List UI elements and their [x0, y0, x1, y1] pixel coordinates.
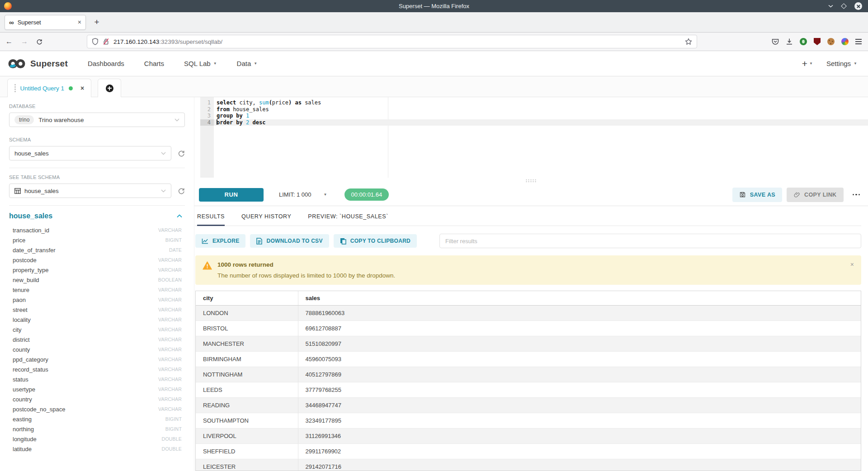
- column-name: record_status: [13, 366, 48, 373]
- code-line[interactable]: order by 2 desc: [214, 119, 868, 126]
- column-row[interactable]: longitudeDOUBLE: [9, 434, 185, 444]
- column-row[interactable]: transaction_idVARCHAR: [9, 225, 185, 235]
- nav-item-data[interactable]: Data▼: [237, 60, 258, 67]
- column-name: new_build: [13, 277, 39, 283]
- column-row[interactable]: streetVARCHAR: [9, 305, 185, 315]
- forward-arrow-icon[interactable]: →: [21, 38, 28, 45]
- menu-hamburger-icon[interactable]: [855, 39, 862, 44]
- tab-preview-house-sales[interactable]: PREVIEW: `HOUSE_SALES`: [308, 213, 388, 226]
- maximize-diamond-icon[interactable]: [842, 4, 846, 8]
- new-query-tab-button[interactable]: [98, 79, 121, 97]
- run-button[interactable]: RUN: [199, 188, 264, 202]
- column-type: VARCHAR: [158, 377, 185, 382]
- ellipsis-icon[interactable]: [851, 192, 862, 198]
- query-tab-active[interactable]: Untitled Query 1 ×: [7, 79, 91, 97]
- green-extension-icon[interactable]: [800, 38, 807, 45]
- ublock-shield-icon[interactable]: [814, 38, 821, 45]
- column-row[interactable]: priceBIGINT: [9, 235, 185, 245]
- brand-name: Superset: [30, 59, 68, 69]
- query-tab-close-icon[interactable]: ×: [80, 85, 84, 91]
- table-row: LONDON788861960063: [196, 306, 861, 321]
- pocket-icon[interactable]: [772, 38, 779, 45]
- table-select[interactable]: house_sales: [9, 184, 171, 198]
- insecure-lock-icon[interactable]: [103, 38, 109, 45]
- alert-close-icon[interactable]: ×: [850, 261, 854, 268]
- download-icon[interactable]: [786, 38, 793, 45]
- column-row[interactable]: usertypeVARCHAR: [9, 384, 185, 394]
- save-as-button[interactable]: SAVE AS: [732, 188, 782, 202]
- column-name: status: [13, 376, 28, 383]
- settings-menu[interactable]: Settings▼: [826, 60, 857, 67]
- drag-handle-icon[interactable]: [14, 84, 16, 92]
- code-line[interactable]: from house_sales: [217, 106, 868, 113]
- column-type: VARCHAR: [158, 396, 185, 402]
- nav-item-sql-lab[interactable]: SQL Lab▼: [184, 60, 217, 67]
- column-row[interactable]: eastingBIGINT: [9, 414, 185, 424]
- copy-link-button[interactable]: COPY LINK: [787, 188, 843, 202]
- column-row[interactable]: date_of_transferDATE: [9, 245, 185, 255]
- database-label: DATABASE: [9, 104, 185, 109]
- close-circle-icon[interactable]: [854, 2, 862, 10]
- column-row[interactable]: latitudeDOUBLE: [9, 444, 185, 454]
- copy-clipboard-button[interactable]: COPY TO CLIPBOARD: [334, 234, 417, 248]
- table-title[interactable]: house_sales: [9, 212, 52, 220]
- column-row[interactable]: localityVARCHAR: [9, 315, 185, 325]
- table-cell: READING: [196, 398, 298, 413]
- browser-tab[interactable]: ∞ Superset ×: [5, 15, 86, 30]
- column-row[interactable]: new_buildBOOLEAN: [9, 275, 185, 285]
- code-line[interactable]: group by 1: [217, 113, 868, 119]
- column-row[interactable]: postcodeVARCHAR: [9, 255, 185, 265]
- cookie-extension-icon[interactable]: [827, 38, 835, 45]
- warning-triangle-icon: [203, 261, 212, 279]
- column-row[interactable]: districtVARCHAR: [9, 334, 185, 344]
- minimize-chevron-icon[interactable]: [828, 5, 833, 8]
- sql-editor[interactable]: 1234 select city, sum(price) as salesfro…: [194, 97, 868, 178]
- column-row[interactable]: northingBIGINT: [9, 424, 185, 434]
- schema-select[interactable]: house_sales: [9, 146, 171, 160]
- column-row[interactable]: statusVARCHAR: [9, 374, 185, 384]
- column-row[interactable]: ppd_categoryVARCHAR: [9, 354, 185, 364]
- tab-query-history[interactable]: QUERY HISTORY: [241, 213, 291, 226]
- query-timer-badge: 00:00:01.64: [344, 188, 389, 201]
- column-row[interactable]: cityVARCHAR: [9, 325, 185, 334]
- download-csv-button[interactable]: DOWNLOAD TO CSV: [250, 234, 329, 248]
- link-icon: [793, 191, 800, 198]
- column-row[interactable]: record_statusVARCHAR: [9, 364, 185, 374]
- nav-item-charts[interactable]: Charts: [144, 60, 164, 67]
- select-chevron-icon: [161, 152, 166, 155]
- nav-item-dashboards[interactable]: Dashboards: [88, 60, 124, 67]
- column-row[interactable]: countryVARCHAR: [9, 394, 185, 404]
- column-row[interactable]: paonVARCHAR: [9, 295, 185, 305]
- database-select[interactable]: trino Trino warehouse: [9, 113, 185, 127]
- tab-results[interactable]: RESULTS: [197, 213, 225, 226]
- column-row[interactable]: countyVARCHAR: [9, 344, 185, 354]
- shield-icon[interactable]: [92, 38, 99, 45]
- collapse-chevron-icon[interactable]: [177, 214, 185, 218]
- explore-button[interactable]: EXPLORE: [195, 234, 245, 248]
- table-cell: LIVERPOOL: [196, 429, 298, 444]
- tab-close-icon[interactable]: ×: [78, 19, 81, 25]
- url-field[interactable]: 217.160.120.143:32393/superset/sqllab/: [87, 35, 697, 48]
- editor-code[interactable]: select city, sum(price) as salesfrom hou…: [214, 97, 868, 178]
- refresh-icon[interactable]: [178, 187, 185, 194]
- limit-dropdown[interactable]: LIMIT: 1 000 ▼: [279, 191, 327, 198]
- pinwheel-extension-icon[interactable]: [841, 38, 849, 45]
- pane-resize-handle[interactable]: [194, 178, 868, 184]
- new-item-menu[interactable]: +▼: [802, 59, 813, 68]
- column-row[interactable]: tenureVARCHAR: [9, 285, 185, 295]
- new-tab-plus-icon[interactable]: +: [90, 15, 104, 29]
- refresh-icon[interactable]: [178, 150, 185, 157]
- results-column-header[interactable]: city: [196, 291, 298, 306]
- code-line[interactable]: select city, sum(price) as sales: [217, 99, 868, 106]
- column-row[interactable]: property_typeVARCHAR: [9, 265, 185, 275]
- back-arrow-icon[interactable]: ←: [5, 38, 13, 45]
- column-row[interactable]: postcode_no_spaceVARCHAR: [9, 404, 185, 414]
- line-number: 4: [200, 119, 214, 126]
- reload-icon[interactable]: [36, 38, 42, 45]
- bookmark-star-icon[interactable]: [685, 38, 692, 45]
- filter-results-input[interactable]: [439, 234, 861, 248]
- column-type: VARCHAR: [158, 347, 185, 352]
- browser-tabstrip: ∞ Superset × +: [0, 12, 868, 33]
- superset-brand[interactable]: Superset: [7, 58, 68, 70]
- results-column-header[interactable]: sales: [298, 291, 861, 306]
